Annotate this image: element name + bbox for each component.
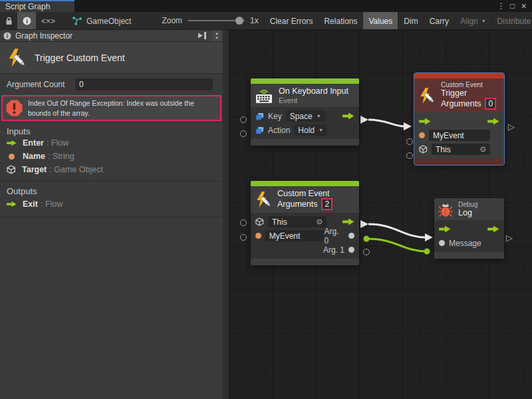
relations-button[interactable]: Relations xyxy=(319,12,363,30)
target-field[interactable]: This ⊙ xyxy=(268,216,327,227)
zoom-slider-track[interactable] xyxy=(188,20,245,21)
flow-in-port[interactable] xyxy=(419,118,431,125)
scroll-down-icon[interactable]: ▼ xyxy=(215,36,219,41)
message-in-port[interactable] xyxy=(439,240,445,246)
chevron-down-icon: ▼ xyxy=(481,19,486,23)
tab-script-graph[interactable]: Script Graph xyxy=(0,0,74,12)
event-name-row: MyEvent xyxy=(414,128,504,142)
trigger-out-port[interactable] xyxy=(342,112,354,120)
argument-count-row: Argument Count 0 xyxy=(0,78,223,91)
target-field[interactable]: This ⊙ xyxy=(432,144,490,155)
trigger-name-input-port[interactable] xyxy=(406,138,413,145)
string-port-icon xyxy=(255,233,261,239)
unity-script-graph-window: Script Graph ⋮ □ × i <×> GameObject xyxy=(0,0,532,399)
carry-button[interactable]: Carry xyxy=(424,12,455,30)
arguments-label: Arguments xyxy=(441,99,481,108)
zoom-value: 1x xyxy=(250,16,259,25)
lock-button[interactable] xyxy=(0,12,17,30)
gameobject-graph-icon xyxy=(72,17,82,25)
argument-count-label: Argument Count xyxy=(7,80,65,89)
object-picker-icon[interactable]: ⊙ xyxy=(480,145,486,154)
node-footer xyxy=(251,139,359,146)
input-item-target: Target : Game Object xyxy=(7,163,216,176)
node-body: This ⊙ MyEvent Arg. 0 Arg. 1 xyxy=(251,213,359,259)
dim-button[interactable]: Dim xyxy=(398,12,424,30)
node-on-keyboard-input[interactable]: On Keyboard Input Event Key Space ▼ xyxy=(251,78,359,146)
node-debug-log[interactable]: Debug Log Message xyxy=(434,198,504,259)
code-preview-button[interactable]: <×> xyxy=(36,12,61,30)
flow-in-port[interactable] xyxy=(439,225,451,233)
cable-arg0-to-message[interactable] xyxy=(364,236,430,255)
output-item-exit: Exit : Flow xyxy=(7,198,216,211)
svg-text:i: i xyxy=(7,33,8,39)
action-dropdown[interactable]: Hold ▼ xyxy=(294,124,327,136)
scroll-up-icon[interactable]: ▲ xyxy=(215,31,219,36)
keycode-icon xyxy=(255,126,264,134)
node-body: MyEvent This ⊙ xyxy=(414,112,504,158)
panel-scrollbar-gutter[interactable] xyxy=(223,30,229,399)
cable-keyboard-to-trigger[interactable] xyxy=(360,116,412,130)
align-button[interactable]: Align ▼ xyxy=(455,12,492,30)
node-title: Log xyxy=(458,208,477,217)
panel-scroll-spinner: ▲ ▼ xyxy=(212,31,221,41)
node-header: On Keyboard Input Event xyxy=(251,84,359,107)
outputs-list: Exit : Flow xyxy=(7,198,216,211)
bug-icon xyxy=(438,201,453,217)
message-row: Message xyxy=(434,236,504,250)
trigger-target-input-port[interactable] xyxy=(406,152,413,159)
customevent-target-input-port[interactable] xyxy=(240,219,247,226)
flow-out-port[interactable] xyxy=(487,225,499,233)
arg0-out-port[interactable] xyxy=(348,233,354,239)
node-category: Custom Event xyxy=(441,81,496,88)
event-name-field[interactable]: MyEvent xyxy=(265,230,325,241)
trigger-flow-out-hint: ▷ xyxy=(508,122,515,131)
arg1-label: Arg. 1 xyxy=(323,245,344,255)
node-footer xyxy=(414,158,504,165)
custom-event-icon xyxy=(7,48,27,68)
keyboard-key-input-port[interactable] xyxy=(240,116,247,123)
outputs-section-header: Outputs xyxy=(7,186,37,196)
customevent-name-input-port[interactable] xyxy=(240,234,247,241)
inspector-title: Graph Inspector xyxy=(15,31,72,41)
node-color-bar xyxy=(251,181,359,186)
zoom-label: Zoom xyxy=(162,16,182,25)
target-gameobject-button[interactable]: GameObject xyxy=(61,12,136,30)
flow-out-port[interactable] xyxy=(342,218,354,225)
keyboard-action-input-port[interactable] xyxy=(240,130,247,137)
node-category: Debug xyxy=(458,201,477,208)
arg1-out-port[interactable] xyxy=(348,247,354,253)
customevent-arg1-external-port[interactable] xyxy=(363,249,370,255)
inspector-toggle-button[interactable]: i xyxy=(17,12,36,30)
close-icon[interactable]: × xyxy=(518,1,529,11)
event-name-field[interactable]: MyEvent xyxy=(429,130,490,141)
custom-event-icon xyxy=(418,87,436,104)
arg1-row: Arg. 1 xyxy=(251,243,359,257)
node-title: Custom Event xyxy=(277,189,332,198)
node-header: Debug Log xyxy=(434,198,504,220)
dock-sidebar-icon[interactable] xyxy=(198,31,208,40)
flow-out-port[interactable] xyxy=(487,118,499,125)
node-color-bar xyxy=(414,73,504,78)
window-menu-icon[interactable]: ⋮ xyxy=(495,1,507,11)
key-dropdown[interactable]: Space ▼ xyxy=(286,110,325,122)
arguments-count-field[interactable]: 0 xyxy=(485,98,496,110)
arguments-count-field[interactable]: 2 xyxy=(321,198,332,210)
inputs-section-header: Inputs xyxy=(7,126,30,136)
message-label: Message xyxy=(449,239,481,248)
selected-unit-header: Trigger Custom Event xyxy=(0,42,223,74)
cube-icon xyxy=(7,165,16,174)
graph-canvas[interactable]: On Keyboard Input Event Key Space ▼ xyxy=(229,30,532,399)
maximize-icon[interactable]: □ xyxy=(507,1,518,11)
error-message-box: Index Out Of Range Exception: Index was … xyxy=(1,95,221,121)
node-trigger-custom-event[interactable]: Custom Event Trigger Arguments 0 MyEvent xyxy=(414,73,504,165)
distribute-button[interactable]: Distribute ▼ xyxy=(492,12,532,30)
values-button[interactable]: Values xyxy=(363,12,398,30)
zoom-slider-knob[interactable] xyxy=(235,17,243,25)
clear-errors-button[interactable]: Clear Errors xyxy=(265,12,319,30)
flow-arrow-icon xyxy=(7,140,17,146)
object-picker-icon[interactable]: ⊙ xyxy=(317,217,323,226)
unit-title: Trigger Custom Event xyxy=(35,53,125,63)
argument-count-input[interactable]: 0 xyxy=(75,78,213,90)
cube-icon xyxy=(419,145,428,154)
node-custom-event[interactable]: Custom Event Arguments 2 This ⊙ xyxy=(251,181,359,265)
